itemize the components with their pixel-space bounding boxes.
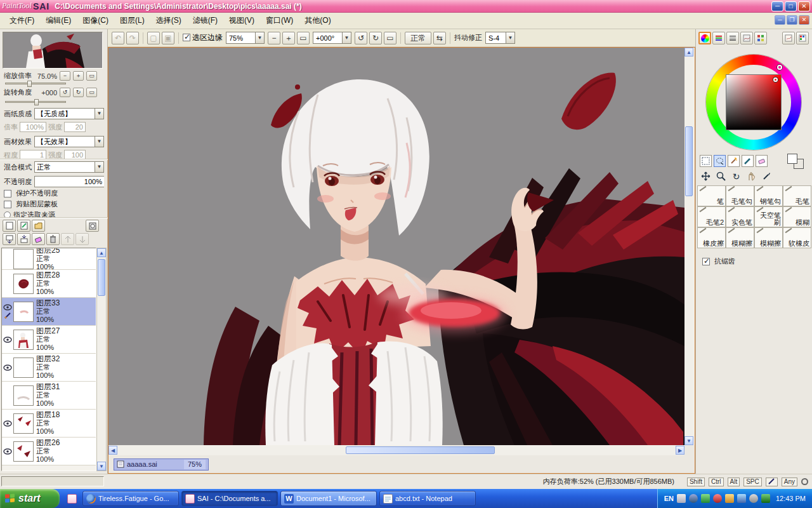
new-linework-layer-icon[interactable]: [17, 220, 30, 232]
material-effect-value[interactable]: 【无效果】: [34, 136, 95, 147]
lower-layer-icon[interactable]: [75, 233, 89, 245]
color-wheel-tab-icon[interactable]: [698, 32, 711, 44]
rotate-slider-thumb[interactable]: [34, 99, 39, 105]
start-button[interactable]: start: [0, 489, 60, 508]
swatches-tab-icon[interactable]: [754, 32, 767, 44]
layer-list-scrollbar[interactable]: ▲ ▼: [96, 248, 107, 471]
menu-filter[interactable]: 滤镜(F): [187, 13, 223, 28]
jitter-value[interactable]: S-4: [485, 32, 506, 44]
scroll-up-icon[interactable]: ▲: [684, 48, 693, 57]
view-normal-button[interactable]: 正常: [405, 32, 431, 44]
zoom-value[interactable]: 75%: [226, 32, 255, 44]
delete-layer-icon[interactable]: [46, 233, 60, 245]
horizontal-scrollbar[interactable]: ◀ ▶: [108, 445, 684, 455]
primary-color-swatch[interactable]: [787, 154, 797, 164]
selection-eraser-icon[interactable]: [756, 155, 768, 167]
vertical-scrollbar[interactable]: ▲ ▼: [684, 48, 695, 445]
new-folder-icon[interactable]: [32, 220, 45, 232]
clear-layer-icon[interactable]: [32, 233, 45, 245]
jitter-dropdown-icon[interactable]: ▼: [506, 32, 515, 44]
sv-marker[interactable]: [773, 77, 778, 82]
hsv-sliders-tab-icon[interactable]: [726, 32, 739, 44]
protect-opacity-checkbox[interactable]: 保护不透明度: [4, 189, 104, 198]
scroll-up-icon[interactable]: ▲: [97, 248, 106, 257]
brush-blur-eraser-2[interactable]: 模糊擦: [754, 227, 783, 248]
transfer-down-icon[interactable]: [3, 233, 16, 245]
brush-blur-eraser[interactable]: 模糊擦: [726, 227, 754, 248]
taskbar-task-word[interactable]: W Document1 - Microsof...: [280, 491, 377, 506]
nav-zoom-in-button[interactable]: ＋: [73, 71, 84, 81]
brush-ink-brush[interactable]: 毛笔勾: [726, 185, 754, 206]
material-effect-dropdown[interactable]: 【无效果】 ▼: [34, 136, 104, 147]
visibility-eye-icon[interactable]: [3, 364, 12, 371]
language-indicator[interactable]: EN: [664, 495, 674, 502]
menu-window[interactable]: 窗口(W): [260, 13, 299, 28]
angle-dropdown-icon[interactable]: ▼: [342, 32, 351, 44]
layer-row[interactable]: 图层18正常100%: [2, 410, 96, 438]
redo-icon[interactable]: ↷: [126, 32, 139, 44]
menu-select[interactable]: 选择(S): [150, 13, 187, 28]
magic-wand-icon[interactable]: [728, 155, 740, 167]
minimize-button[interactable]: ─: [771, 1, 783, 11]
blend-mode-dropdown[interactable]: 正常 ▼: [34, 161, 104, 173]
tray-shield-icon[interactable]: [761, 494, 770, 503]
blend-mode-dropdown-icon[interactable]: ▼: [95, 161, 104, 173]
blend-mode-value[interactable]: 正常: [34, 161, 95, 173]
selection-edge-checkbox[interactable]: 选区边缘: [183, 32, 223, 43]
layer-mask-icon[interactable]: [86, 220, 99, 232]
saturation-value-square[interactable]: [726, 74, 782, 130]
visibility-eye-icon[interactable]: [3, 420, 12, 427]
visibility-eye-icon[interactable]: [3, 337, 12, 343]
layer-row[interactable]: 图层25正常100%: [2, 248, 96, 270]
zoom-tool-icon[interactable]: [715, 170, 727, 182]
flip-view-button[interactable]: ⇆: [433, 32, 446, 44]
antialias-checkbox[interactable]: 抗锯齿: [702, 257, 735, 266]
tray-alert-icon[interactable]: [713, 494, 722, 503]
zoom-slider[interactable]: [5, 83, 66, 84]
selection-pen-icon[interactable]: [742, 155, 754, 167]
layer-row[interactable]: 图层26正常100%: [2, 438, 96, 465]
selection-source-radio[interactable]: 指定选取来源: [4, 210, 104, 220]
brush-eraser[interactable]: 橡皮擦: [697, 227, 726, 248]
brush-brush[interactable]: 毛笔: [783, 185, 811, 206]
invert-selection-icon[interactable]: ▣: [162, 32, 174, 44]
zoom-reset-button[interactable]: ▭: [297, 32, 310, 44]
visibility-eye-icon[interactable]: [3, 304, 12, 311]
layer-scrollbar-thumb[interactable]: [98, 259, 105, 296]
quick-launch-sai-icon[interactable]: [67, 494, 77, 504]
paper-texture-value[interactable]: 【无质感】: [34, 108, 95, 119]
brush-sky[interactable]: 天空笔刷: [754, 206, 783, 227]
material-effect-dropdown-icon[interactable]: ▼: [95, 136, 104, 147]
custom-palette-tab-icon[interactable]: [796, 32, 809, 44]
brush-solid[interactable]: 实色笔: [726, 206, 754, 227]
nav-zoom-reset-button[interactable]: ▭: [86, 71, 97, 81]
nav-rotate-ccw-button[interactable]: ↺: [60, 88, 70, 97]
marquee-select-icon[interactable]: [700, 155, 712, 167]
tray-antivirus-icon[interactable]: [701, 494, 710, 503]
tray-update-icon[interactable]: [725, 494, 734, 503]
deselect-icon[interactable]: ▢: [147, 32, 160, 44]
close-button[interactable]: ✕: [798, 1, 810, 11]
canvas[interactable]: [108, 48, 684, 445]
navigator-preview[interactable]: [3, 32, 103, 69]
document-tab[interactable]: aaaaa.sai 75%: [114, 458, 209, 471]
tray-network-icon[interactable]: [689, 494, 698, 503]
layer-row[interactable]: 图层32正常100%: [2, 354, 96, 382]
zoom-out-button[interactable]: −: [268, 32, 280, 44]
rotate-ccw-button[interactable]: ↺: [355, 32, 367, 44]
new-layer-icon[interactable]: [3, 220, 16, 232]
scroll-right-icon[interactable]: ▶: [676, 446, 684, 455]
hand-tool-icon[interactable]: [745, 170, 757, 182]
taskbar-task-sai[interactable]: SAI - C:\Documents a...: [181, 491, 278, 506]
layer-row[interactable]: 图层27正常100%: [2, 326, 96, 354]
merge-down-icon[interactable]: [17, 233, 30, 245]
brush-blur[interactable]: 模糊: [783, 206, 811, 227]
eyedropper-tool-icon[interactable]: [761, 170, 773, 182]
brush-brush2[interactable]: 毛笔2: [697, 206, 726, 227]
hue-marker[interactable]: [777, 65, 782, 70]
rgb-sliders-tab-icon[interactable]: [712, 32, 725, 44]
raise-layer-icon[interactable]: [61, 233, 74, 245]
angle-combobox[interactable]: +000° ▼: [313, 32, 351, 44]
taskbar-task-notepad[interactable]: abcd.txt - Notepad: [379, 491, 476, 506]
jitter-combobox[interactable]: S-4 ▼: [485, 32, 515, 44]
